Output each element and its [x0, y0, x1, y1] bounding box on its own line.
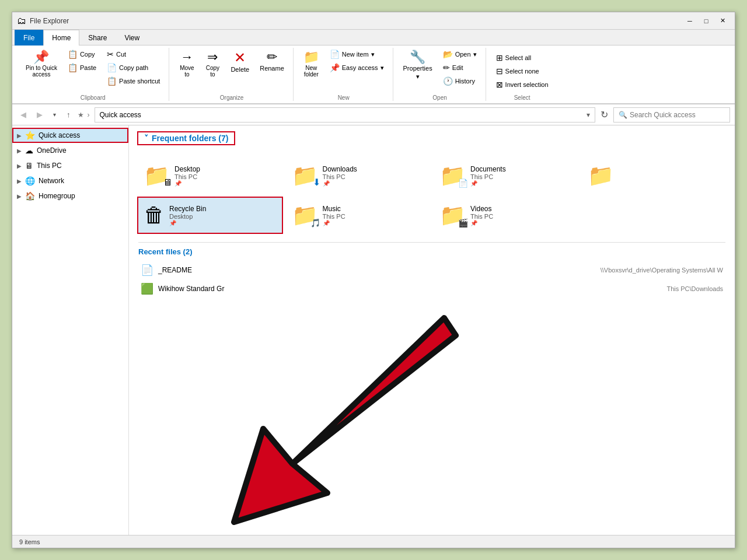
- delete-button[interactable]: ✕ Delete: [226, 48, 253, 76]
- new-items: 📁 New folder 📄 New item ▾ 📌 Easy access …: [299, 48, 388, 91]
- sidebar-item-onedrive[interactable]: ▶ ☁ OneDrive: [12, 143, 128, 158]
- folder-extra[interactable]: 📁: [582, 158, 726, 193]
- rename-button[interactable]: ✏ Rename: [256, 48, 288, 75]
- title-bar: 🗂 File Explorer ─ □ ✕: [12, 12, 735, 30]
- recent-locations-button[interactable]: ▾: [50, 109, 60, 120]
- cut-icon: ✂: [107, 50, 114, 59]
- sidebar-item-quick-access[interactable]: ▶ ⭐ Quick access: [12, 128, 128, 143]
- new-label: New: [338, 92, 350, 101]
- select-label: Select: [514, 92, 530, 101]
- minimize-button[interactable]: ─: [682, 15, 697, 27]
- tab-home[interactable]: Home: [43, 30, 79, 46]
- search-icon: 🔍: [619, 111, 627, 119]
- copy-button[interactable]: 📋 Copy: [64, 48, 100, 61]
- edit-button[interactable]: ✏ Edit: [439, 61, 481, 74]
- desktop-overlay-icon: 🖥: [163, 177, 172, 188]
- history-icon: 🕐: [443, 76, 453, 86]
- clipboard-group: 📌 Pin to Quick access 📋 Copy 📋 Paste: [17, 48, 169, 101]
- sidebar-item-this-pc[interactable]: ▶ 🖥 This PC: [12, 158, 128, 173]
- new-item-button[interactable]: 📄 New item ▾: [326, 48, 388, 61]
- open-label: Open: [432, 92, 446, 101]
- close-button[interactable]: ✕: [715, 15, 730, 27]
- refresh-button[interactable]: ↻: [599, 107, 610, 122]
- app-icon: 🗂: [17, 16, 26, 26]
- main-area: ▶ ⭐ Quick access ▶ ☁ OneDrive ▶ 🖥 This P…: [12, 125, 735, 535]
- open-group: 🔧 Properties ▾ 📂 Open ▾ ✏ Edit 🕐: [395, 48, 486, 101]
- up-button[interactable]: ↑: [63, 108, 74, 121]
- documents-overlay-icon: 📄: [458, 178, 468, 188]
- copy-paste-col: 📋 Copy 📋 Paste: [64, 48, 100, 74]
- ribbon: 📌 Pin to Quick access 📋 Copy 📋 Paste: [12, 46, 735, 104]
- select-items: ⊞ Select all ⊟ Select none ⊠ Invert sele…: [492, 48, 553, 91]
- invert-selection-button[interactable]: ⊠ Invert selection: [492, 78, 553, 91]
- wikihow-icon: 🟩: [141, 282, 153, 295]
- maximize-button[interactable]: □: [699, 15, 714, 27]
- new-folder-icon: 📁: [303, 51, 319, 64]
- paste-shortcut-button[interactable]: 📋 Paste shortcut: [103, 75, 164, 88]
- select-group: ⊞ Select all ⊟ Select none ⊠ Invert sele…: [487, 48, 557, 101]
- properties-button[interactable]: 🔧 Properties ▾: [399, 48, 437, 83]
- open-button[interactable]: 📂 Open ▾: [439, 48, 481, 61]
- open-items: 🔧 Properties ▾ 📂 Open ▾ ✏ Edit 🕐: [399, 48, 481, 91]
- address-bar: ◀ ▶ ▾ ↑ ★ › Quick access ▾ ↻ 🔍: [12, 104, 735, 125]
- select-none-button[interactable]: ⊟ Select none: [492, 65, 553, 78]
- videos-overlay-icon: 🎬: [458, 218, 468, 228]
- copy-icon: 📋: [68, 50, 78, 59]
- easy-access-button[interactable]: 📌 Easy access ▾: [326, 61, 388, 74]
- tab-share[interactable]: Share: [79, 30, 116, 46]
- tab-view[interactable]: View: [116, 30, 148, 46]
- organize-label: Organize: [220, 92, 244, 101]
- address-path[interactable]: Quick access ▾: [95, 107, 596, 123]
- copy-path-button[interactable]: 📄 Copy path: [103, 61, 164, 74]
- move-to-button[interactable]: → Move to: [175, 48, 198, 80]
- homegroup-icon: 🏠: [25, 191, 35, 201]
- network-icon: 🌐: [25, 176, 35, 186]
- recent-files-header: Recent files (2): [138, 247, 192, 256]
- copy-to-button[interactable]: ⇒ Copy to: [201, 48, 224, 80]
- paste-shortcut-icon: 📋: [107, 76, 117, 86]
- move-to-icon: →: [180, 51, 193, 64]
- folder-desktop[interactable]: 📁 🖥 Desktop This PC 📌: [138, 158, 282, 193]
- folder-documents[interactable]: 📁 📄 Documents This PC 📌: [434, 158, 578, 193]
- folders-grid: 📁 🖥 Desktop This PC 📌 📁 ⬇: [138, 158, 725, 233]
- divider: [138, 242, 725, 243]
- open-icon: 📂: [443, 50, 453, 59]
- clipboard-items: 📌 Pin to Quick access 📋 Copy 📋 Paste: [22, 48, 164, 91]
- onedrive-icon: ☁: [25, 146, 33, 155]
- this-pc-icon: 🖥: [25, 161, 33, 170]
- search-box[interactable]: 🔍: [613, 107, 730, 123]
- organize-items: → Move to ⇒ Copy to ✕ Delete ✏ Rename: [175, 48, 288, 91]
- recent-item-wikihow[interactable]: 🟩 Wikihow Standard Gr This PC\Downloads: [138, 279, 725, 298]
- sidebar-item-network[interactable]: ▶ 🌐 Network: [12, 173, 128, 188]
- cut-button[interactable]: ✂ Cut: [103, 48, 164, 61]
- delete-icon: ✕: [234, 51, 246, 65]
- status-text: 9 items: [19, 538, 40, 545]
- extra-folder-icon: 📁: [588, 163, 614, 187]
- content-pane: ˅ Frequent folders (7) 📁 🖥 Desktop This …: [129, 125, 735, 535]
- forward-button[interactable]: ▶: [33, 108, 46, 121]
- back-button[interactable]: ◀: [17, 108, 30, 121]
- folder-recycle-bin[interactable]: 🗑 Recycle Bin Desktop 📌: [138, 198, 282, 233]
- select-all-button[interactable]: ⊞ Select all: [492, 51, 553, 64]
- sidebar-item-homegroup[interactable]: ▶ 🏠 Homegroup: [12, 188, 128, 204]
- paste-button[interactable]: 📋 Paste: [64, 61, 100, 74]
- select-none-icon: ⊟: [496, 66, 503, 76]
- organize-group: → Move to ⇒ Copy to ✕ Delete ✏ Rename Or…: [170, 48, 293, 101]
- folder-videos[interactable]: 📁 🎬 Videos This PC 📌: [434, 198, 578, 233]
- folder-downloads[interactable]: 📁 ⬇ Downloads This PC 📌: [287, 158, 430, 193]
- select-all-icon: ⊞: [496, 53, 503, 62]
- new-group: 📁 New folder 📄 New item ▾ 📌 Easy access …: [295, 48, 393, 101]
- recent-item-readme[interactable]: 📄 _README \\Vboxsvr\d_drive\Operating Sy…: [138, 261, 725, 279]
- new-folder-button[interactable]: 📁 New folder: [299, 48, 323, 80]
- edit-icon: ✏: [443, 63, 450, 72]
- pin-to-quick-button[interactable]: 📌 Pin to Quick access: [22, 48, 61, 80]
- search-input[interactable]: [630, 111, 725, 119]
- music-overlay-icon: 🎵: [310, 218, 320, 228]
- properties-icon: 🔧: [410, 51, 425, 64]
- recycle-bin-icon: 🗑: [144, 203, 165, 227]
- folder-music[interactable]: 📁 🎵 Music This PC 📌: [287, 198, 430, 233]
- history-button[interactable]: 🕐 History: [439, 75, 481, 88]
- tab-file[interactable]: File: [15, 30, 43, 46]
- readme-icon: 📄: [141, 264, 153, 276]
- pin-icon: 📌: [33, 51, 49, 64]
